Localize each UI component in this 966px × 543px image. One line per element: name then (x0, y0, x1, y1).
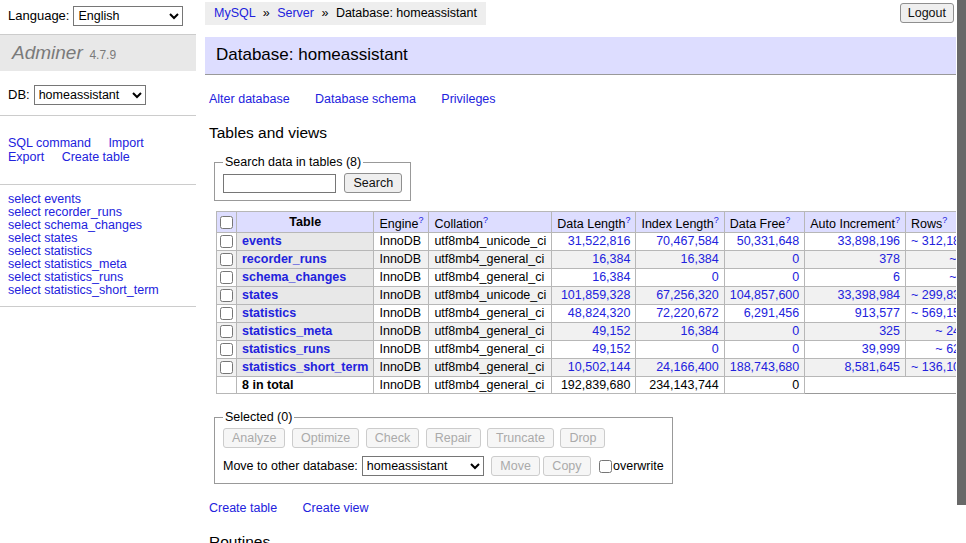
overwrite-option[interactable]: overwrite (598, 459, 664, 473)
row-checkbox[interactable] (220, 289, 233, 302)
engine-cell: InnoDB (374, 251, 429, 269)
data-free-cell: 0 (724, 323, 805, 341)
col-header-label: Data Free (730, 217, 786, 231)
privileges-link[interactable]: Privileges (441, 92, 495, 106)
row-checkbox[interactable] (220, 271, 233, 284)
row-checkbox[interactable] (220, 361, 233, 374)
create-view-link[interactable]: Create view (303, 501, 369, 515)
collation-cell: utf8mb4_general_ci (429, 323, 552, 341)
table-name-link[interactable]: schema_changes (242, 270, 346, 284)
help-link[interactable]: ? (942, 215, 947, 225)
db-select[interactable]: homeassistant (34, 85, 146, 105)
language-row: Language:English (0, 0, 196, 32)
help-superscript: ? (418, 214, 423, 225)
alter-database-link[interactable]: Alter database (209, 92, 290, 106)
row-checkbox[interactable] (220, 307, 233, 320)
table-name-link[interactable]: states (242, 288, 278, 302)
import-link[interactable]: Import (108, 136, 143, 150)
search-legend: Search data in tables (8) (223, 155, 363, 169)
data-free-cell: 0 (724, 251, 805, 269)
engine-cell: InnoDB (374, 287, 429, 305)
copy-button[interactable]: Copy (543, 456, 590, 476)
move-row: Move to other database:homeassistant Mov… (223, 456, 664, 476)
overwrite-checkbox[interactable] (599, 460, 612, 473)
index-length-cell: 70,467,584 (636, 233, 724, 251)
optimize-button[interactable]: Optimize (292, 428, 359, 448)
engine-cell: InnoDB (374, 323, 429, 341)
check-button[interactable]: Check (366, 428, 419, 448)
help-superscript: ? (785, 214, 790, 225)
drop-button[interactable]: Drop (560, 428, 605, 448)
row-checkbox[interactable] (220, 253, 233, 266)
row-checkbox-cell (217, 359, 237, 377)
auto-increment-cell: 33,398,984 (805, 287, 906, 305)
row-checkbox[interactable] (220, 235, 233, 248)
language-label: Language: (8, 8, 69, 23)
help-link[interactable]: ? (625, 215, 630, 225)
help-link[interactable]: ? (785, 215, 790, 225)
table-row: statistics_runsInnoDButf8mb4_general_ci4… (217, 341, 966, 359)
data-free-cell: 104,857,600 (724, 287, 805, 305)
selected-legend: Selected (0) (223, 410, 294, 424)
breadcrumb-link-server[interactable]: Server (277, 6, 314, 20)
data-length-cell: 49,152 (552, 323, 636, 341)
total-empty-cell (217, 377, 237, 394)
index-length-cell: 67,256,320 (636, 287, 724, 305)
data-length-cell: 49,152 (552, 341, 636, 359)
row-checkbox-cell (217, 305, 237, 323)
row-checkbox-cell (217, 341, 237, 359)
help-link[interactable]: ? (714, 215, 719, 225)
sidebar-item-select-statistics-short-term[interactable]: select statistics_short_term (8, 284, 196, 297)
auto-increment-cell: 33,898,196 (805, 233, 906, 251)
help-link[interactable]: ? (418, 215, 423, 225)
select-all-checkbox[interactable] (220, 216, 233, 229)
total-engine-cell: InnoDB (374, 377, 429, 394)
move-db-select[interactable]: homeassistant (362, 456, 484, 476)
truncate-button[interactable]: Truncate (487, 428, 554, 448)
help-superscript: ? (714, 214, 719, 225)
move-button[interactable]: Move (491, 456, 540, 476)
collation-cell: utf8mb4_unicode_ci (429, 233, 552, 251)
table-name-link[interactable]: statistics_runs (242, 342, 330, 356)
language-select[interactable]: English (73, 6, 183, 26)
search-button[interactable]: Search (344, 173, 402, 193)
help-superscript: ? (942, 214, 947, 225)
table-name-link[interactable]: events (242, 234, 282, 248)
create-table-link[interactable]: Create table (209, 501, 277, 515)
table-name-link[interactable]: statistics (242, 306, 296, 320)
scrollbar-thumb[interactable] (957, 0, 966, 505)
row-checkbox-cell (217, 287, 237, 305)
index-length-cell: 0 (636, 341, 724, 359)
row-checkbox[interactable] (220, 325, 233, 338)
export-link[interactable]: Export (8, 150, 44, 164)
table-name-link[interactable]: statistics_short_term (242, 360, 368, 374)
search-input[interactable] (223, 174, 336, 193)
repair-button[interactable]: Repair (426, 428, 481, 448)
select-all-cell (217, 212, 237, 233)
total-data-length-cell: 192,839,680 (552, 377, 636, 394)
help-link[interactable]: ? (895, 215, 900, 225)
row-checkbox[interactable] (220, 343, 233, 356)
table-name-link[interactable]: recorder_runs (242, 252, 327, 266)
table-name-link[interactable]: statistics_meta (242, 324, 332, 338)
help-superscript: ? (483, 214, 488, 225)
analyze-button[interactable]: Analyze (223, 428, 285, 448)
data-length-cell: 101,859,328 (552, 287, 636, 305)
logout-button[interactable]: Logout (900, 3, 954, 23)
breadcrumb-link-mysql[interactable]: MySQL (214, 6, 255, 20)
help-link[interactable]: ? (483, 215, 488, 225)
vertical-scrollbar[interactable] (956, 0, 966, 543)
create-table-link[interactable]: Create table (62, 150, 130, 164)
sql-command-link[interactable]: SQL command (8, 136, 91, 150)
database-schema-link[interactable]: Database schema (315, 92, 416, 106)
engine-cell: InnoDB (374, 341, 429, 359)
total-collation-cell: utf8mb4_general_ci (429, 377, 552, 394)
breadcrumb-separator: » (321, 6, 328, 20)
breadcrumb-separator: » (263, 6, 270, 20)
table-body: eventsInnoDButf8mb4_unicode_ci31,522,816… (217, 233, 966, 394)
engine-cell: InnoDB (374, 269, 429, 287)
table-name-cell: recorder_runs (237, 251, 374, 269)
row-checkbox-cell (217, 269, 237, 287)
data-length-cell: 31,522,816 (552, 233, 636, 251)
engine-cell: InnoDB (374, 305, 429, 323)
